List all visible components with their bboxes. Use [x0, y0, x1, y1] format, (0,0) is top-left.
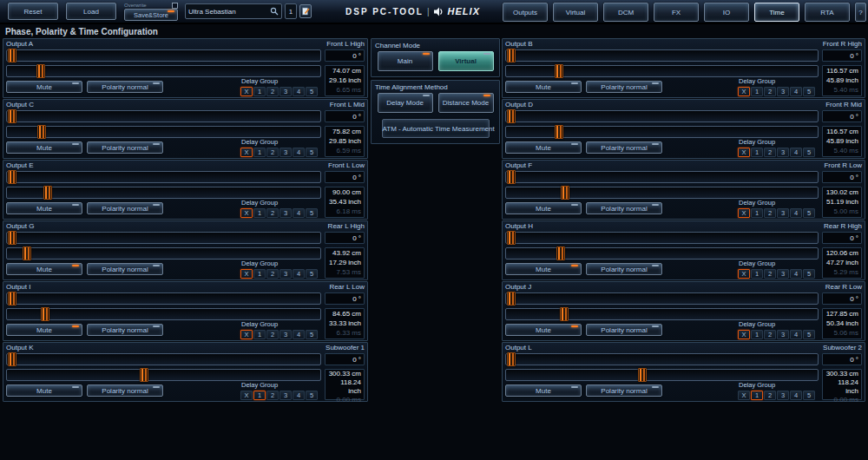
delay-group-2[interactable]: 2	[266, 391, 279, 400]
mute-button[interactable]: Mute	[6, 324, 82, 336]
phase-slider-thumb[interactable]	[8, 292, 16, 306]
delay-group-1[interactable]: 1	[751, 269, 763, 279]
delay-group-4[interactable]: 4	[293, 148, 305, 157]
delay-group-3[interactable]: 3	[279, 269, 292, 279]
delay-group-4[interactable]: 4	[790, 330, 802, 339]
delay-group-5[interactable]: 5	[306, 148, 318, 157]
phase-slider-thumb[interactable]	[8, 49, 16, 62]
phase-slider-thumb[interactable]	[507, 49, 516, 62]
phase-slider[interactable]	[6, 292, 321, 305]
phase-slider[interactable]	[505, 232, 819, 244]
delay-slider[interactable]	[6, 247, 321, 260]
delay-group-4[interactable]: 4	[790, 269, 802, 279]
mute-button[interactable]: Mute	[505, 324, 582, 336]
delay-group-4[interactable]: 4	[293, 208, 305, 218]
delay-group-x[interactable]: X	[240, 269, 253, 279]
delay-slider-thumb[interactable]	[36, 64, 45, 78]
delay-group-3[interactable]: 3	[777, 87, 789, 96]
delay-group-x[interactable]: X	[738, 208, 750, 218]
delay-group-2[interactable]: 2	[764, 269, 776, 279]
polarity-button[interactable]: Polarity normal	[87, 141, 163, 154]
delay-group-x[interactable]: X	[240, 87, 253, 96]
delay-group-x[interactable]: X	[738, 391, 750, 400]
polarity-button[interactable]: Polarity normal	[586, 324, 662, 336]
delay-group-1[interactable]: 1	[751, 208, 763, 218]
delay-group-3[interactable]: 3	[777, 391, 789, 400]
delay-group-2[interactable]: 2	[266, 208, 279, 218]
polarity-button[interactable]: Polarity normal	[586, 263, 662, 275]
delay-group-2[interactable]: 2	[764, 87, 776, 96]
phase-slider-thumb[interactable]	[507, 231, 516, 245]
mute-button[interactable]: Mute	[6, 263, 82, 275]
preset-number-field[interactable]: 1	[285, 3, 297, 19]
delay-group-2[interactable]: 2	[764, 391, 776, 400]
delay-group-4[interactable]: 4	[790, 148, 802, 157]
phase-slider[interactable]	[505, 171, 819, 183]
delay-slider[interactable]	[505, 369, 819, 381]
delay-slider-thumb[interactable]	[23, 246, 31, 260]
delay-slider-thumb[interactable]	[555, 125, 563, 139]
phase-slider[interactable]	[6, 49, 321, 62]
delay-slider[interactable]	[505, 308, 819, 320]
delay-group-3[interactable]: 3	[777, 208, 789, 218]
delay-group-1[interactable]: 1	[253, 87, 266, 96]
delay-slider-thumb[interactable]	[638, 368, 647, 382]
delay-group-1[interactable]: 1	[751, 87, 763, 96]
delay-group-x[interactable]: X	[240, 330, 253, 339]
delay-group-5[interactable]: 5	[306, 391, 318, 400]
delay-slider-thumb[interactable]	[561, 186, 569, 200]
delay-mode-button[interactable]: Delay Mode	[378, 93, 433, 113]
delay-slider-thumb[interactable]	[140, 368, 148, 382]
phase-slider-thumb[interactable]	[8, 170, 16, 184]
atm-button[interactable]: ATM - Automatic Time Measurement	[382, 119, 490, 138]
delay-group-5[interactable]: 5	[803, 208, 815, 218]
tab-help[interactable]: ?	[855, 3, 866, 22]
mute-button[interactable]: Mute	[505, 384, 582, 397]
delay-slider-thumb[interactable]	[41, 307, 49, 321]
save-store-button[interactable]: Save&Store	[124, 9, 178, 21]
delay-group-5[interactable]: 5	[803, 269, 815, 279]
tab-io[interactable]: IO	[704, 3, 749, 22]
delay-group-1[interactable]: 1	[751, 391, 763, 400]
delay-slider[interactable]	[505, 247, 819, 260]
overwrite-checkbox[interactable]	[172, 3, 178, 9]
reset-button[interactable]: Reset	[8, 3, 58, 20]
delay-group-3[interactable]: 3	[279, 330, 292, 339]
delay-group-3[interactable]: 3	[279, 148, 292, 157]
delay-group-3[interactable]: 3	[777, 269, 789, 279]
delay-slider[interactable]	[6, 187, 321, 199]
delay-group-5[interactable]: 5	[306, 87, 318, 96]
phase-slider[interactable]	[505, 292, 819, 305]
mute-button[interactable]: Mute	[6, 141, 82, 154]
polarity-button[interactable]: Polarity normal	[586, 81, 662, 93]
phase-slider[interactable]	[505, 353, 819, 365]
delay-slider-thumb[interactable]	[560, 307, 569, 321]
phase-slider-thumb[interactable]	[507, 292, 516, 306]
mute-button[interactable]: Mute	[6, 81, 82, 93]
delay-slider-thumb[interactable]	[37, 125, 46, 139]
delay-slider-thumb[interactable]	[555, 64, 563, 78]
delay-group-4[interactable]: 4	[293, 330, 305, 339]
delay-slider-thumb[interactable]	[556, 246, 565, 260]
polarity-button[interactable]: Polarity normal	[586, 384, 662, 397]
delay-group-2[interactable]: 2	[266, 148, 279, 157]
delay-group-5[interactable]: 5	[306, 330, 318, 339]
tab-time[interactable]: Time	[754, 3, 799, 22]
delay-group-4[interactable]: 4	[293, 87, 305, 96]
phase-slider[interactable]	[6, 171, 321, 183]
polarity-button[interactable]: Polarity normal	[87, 263, 163, 275]
delay-slider[interactable]	[6, 126, 321, 138]
delay-group-1[interactable]: 1	[253, 391, 266, 400]
phase-slider-thumb[interactable]	[8, 109, 16, 123]
distance-mode-button[interactable]: Distance Mode	[438, 93, 494, 113]
delay-group-2[interactable]: 2	[764, 208, 776, 218]
main-mode-button[interactable]: Main	[378, 51, 433, 71]
delay-group-x[interactable]: X	[738, 269, 750, 279]
tab-outputs[interactable]: Outputs	[503, 3, 548, 22]
delay-group-5[interactable]: 5	[306, 208, 318, 218]
tab-rta[interactable]: RTA	[805, 3, 850, 22]
polarity-button[interactable]: Polarity normal	[586, 141, 662, 154]
phase-slider[interactable]	[505, 49, 819, 62]
mute-button[interactable]: Mute	[505, 81, 582, 93]
mute-button[interactable]: Mute	[505, 141, 582, 154]
